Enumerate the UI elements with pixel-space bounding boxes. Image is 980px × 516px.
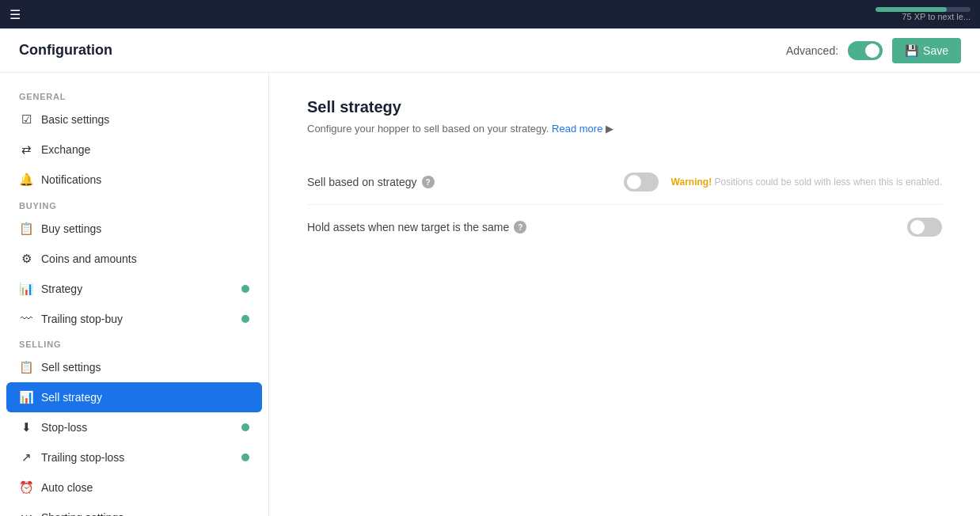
read-more-link[interactable]: Read more bbox=[552, 123, 602, 135]
sidebar-item-auto-close[interactable]: ⏰ Auto close bbox=[0, 472, 268, 503]
sidebar-item-basic-settings[interactable]: ☑ Basic settings bbox=[0, 104, 268, 135]
xp-bar-container: 75 XP to next le... bbox=[876, 7, 971, 21]
hamburger-icon[interactable]: ☰ bbox=[9, 7, 21, 22]
trailing-stop-loss-label: Trailing stop-loss bbox=[41, 451, 124, 464]
sidebar-item-exchange[interactable]: ⇄ Exchange bbox=[0, 135, 268, 165]
sidebar-item-sell-settings[interactable]: 📋 Sell settings bbox=[0, 352, 268, 382]
trailing-stop-buy-icon: 〰 bbox=[19, 312, 33, 325]
trailing-stop-loss-icon: ↗ bbox=[19, 450, 33, 465]
sidebar-item-trailing-stop-loss[interactable]: ↗ Trailing stop-loss bbox=[0, 442, 268, 472]
header-right: Advanced: 💾 Save bbox=[786, 38, 961, 63]
sidebar-item-sell-strategy[interactable]: 📊 Sell strategy bbox=[6, 382, 262, 412]
topbar-right: 75 XP to next le... bbox=[876, 7, 971, 21]
stop-loss-label: Stop-loss bbox=[41, 421, 87, 434]
trailing-stop-buy-dot bbox=[241, 315, 249, 323]
sell-based-info-icon[interactable]: ? bbox=[422, 176, 435, 188]
buy-settings-label: Buy settings bbox=[41, 222, 101, 235]
sell-settings-label: Sell settings bbox=[41, 361, 101, 374]
advanced-label: Advanced: bbox=[786, 44, 838, 57]
trailing-stop-loss-dot bbox=[241, 453, 249, 461]
trailing-stop-buy-label: Trailing stop-buy bbox=[41, 313, 123, 325]
auto-close-label: Auto close bbox=[41, 481, 93, 494]
sell-strategy-icon: 📊 bbox=[19, 390, 33, 404]
sell-based-warning: Warning! Positions could be sold with le… bbox=[671, 176, 942, 188]
strategy-icon: 📊 bbox=[19, 282, 33, 296]
save-label: Save bbox=[923, 44, 948, 57]
sidebar-section-selling: SELLING bbox=[0, 333, 268, 352]
main-layout: GENERAL ☑ Basic settings ⇄ Exchange 🔔 No… bbox=[0, 73, 980, 516]
sidebar-section-general: GENERAL bbox=[0, 85, 268, 104]
page-title: Configuration bbox=[19, 42, 112, 59]
coins-amounts-label: Coins and amounts bbox=[41, 252, 137, 265]
sidebar-item-strategy[interactable]: 📊 Strategy bbox=[0, 274, 268, 304]
exchange-icon: ⇄ bbox=[19, 142, 33, 157]
advanced-toggle[interactable] bbox=[848, 41, 883, 60]
auto-close-icon: ⏰ bbox=[19, 480, 33, 495]
stop-loss-dot bbox=[241, 423, 249, 431]
sidebar-item-notifications[interactable]: 🔔 Notifications bbox=[0, 165, 268, 195]
save-icon: 💾 bbox=[905, 44, 918, 57]
setting-row-sell-strategy: Sell based on strategy ? Warning! Positi… bbox=[307, 160, 942, 205]
coins-amounts-icon: ⚙ bbox=[19, 252, 33, 266]
basic-settings-icon: ☑ bbox=[19, 112, 33, 127]
page-header: Configuration Advanced: 💾 Save bbox=[0, 28, 980, 73]
exchange-label: Exchange bbox=[41, 143, 90, 156]
notifications-icon: 🔔 bbox=[19, 173, 33, 187]
sidebar-item-trailing-stop-buy[interactable]: 〰 Trailing stop-buy bbox=[0, 304, 268, 333]
strategy-label: Strategy bbox=[41, 283, 82, 295]
content-title: Sell strategy bbox=[307, 98, 942, 116]
sell-based-toggle[interactable] bbox=[624, 173, 659, 192]
sidebar-section-buying: BUYING bbox=[0, 195, 268, 214]
sidebar: GENERAL ☑ Basic settings ⇄ Exchange 🔔 No… bbox=[0, 73, 269, 516]
stop-loss-icon: ⬇ bbox=[19, 420, 33, 434]
sidebar-item-stop-loss[interactable]: ⬇ Stop-loss bbox=[0, 412, 268, 442]
content-area: Sell strategy Configure your hopper to s… bbox=[269, 73, 980, 516]
sidebar-item-coins-amounts[interactable]: ⚙ Coins and amounts bbox=[0, 244, 268, 274]
warning-bold: Warning! bbox=[671, 176, 712, 188]
notifications-label: Notifications bbox=[41, 173, 101, 186]
sell-based-label: Sell based on strategy bbox=[307, 176, 417, 188]
save-button[interactable]: 💾 Save bbox=[892, 38, 961, 63]
strategy-dot bbox=[241, 285, 249, 293]
sell-settings-icon: 📋 bbox=[19, 360, 33, 374]
topbar-left: ☰ bbox=[9, 7, 21, 22]
hold-assets-info-icon[interactable]: ? bbox=[514, 221, 526, 233]
subtitle-text: Configure your hopper to sell based on y… bbox=[307, 123, 549, 135]
buy-settings-icon: 📋 bbox=[19, 222, 33, 236]
hold-assets-toggle[interactable] bbox=[907, 218, 942, 237]
sidebar-item-shorting-settings[interactable]: 〰 Shorting settings bbox=[0, 503, 268, 516]
setting-row-hold-assets: Hold assets when new target is the same … bbox=[307, 205, 942, 249]
content-subtitle: Configure your hopper to sell based on y… bbox=[307, 123, 942, 135]
hold-assets-label: Hold assets when new target is the same bbox=[307, 221, 509, 233]
xp-text: 75 XP to next le... bbox=[902, 12, 971, 21]
sell-strategy-label: Sell strategy bbox=[41, 391, 102, 404]
topbar: ☰ 75 XP to next le... bbox=[0, 0, 980, 28]
shorting-settings-label: Shorting settings bbox=[41, 511, 123, 517]
basic-settings-label: Basic settings bbox=[41, 113, 109, 126]
shorting-settings-icon: 〰 bbox=[19, 510, 33, 516]
sidebar-item-buy-settings[interactable]: 📋 Buy settings bbox=[0, 214, 268, 244]
